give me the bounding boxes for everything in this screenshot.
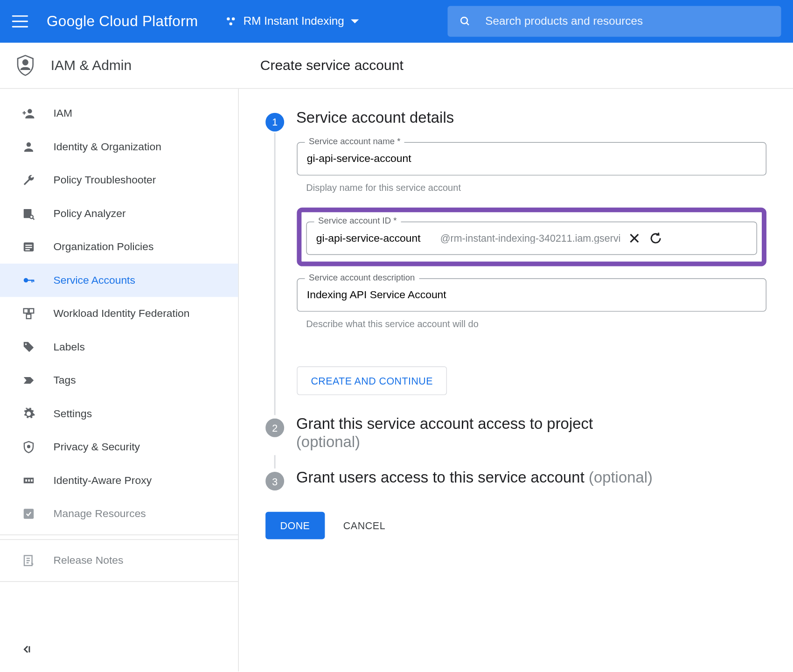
step-badge-3: 3 (265, 472, 284, 490)
sidebar-item-label: Policy Troubleshooter (53, 174, 156, 186)
project-icon (225, 15, 237, 28)
service-account-name-input[interactable] (307, 153, 757, 165)
svg-rect-21 (27, 314, 31, 319)
sidebar-item-label: Service Accounts (53, 274, 135, 287)
sidebar-item-label: Organization Policies (53, 241, 153, 253)
sidebar-item-label: Manage Resources (53, 508, 146, 520)
svg-rect-27 (31, 479, 33, 482)
list-icon (21, 239, 36, 254)
svg-line-10 (33, 218, 35, 220)
svg-point-15 (24, 278, 28, 283)
svg-point-1 (232, 17, 235, 20)
sidebar-item-label: Release Notes (53, 554, 123, 567)
step1-title: Service account details (296, 109, 454, 127)
svg-point-6 (28, 109, 32, 114)
caret-down-icon (351, 19, 359, 23)
sidebar-item-label: Identity & Organization (53, 141, 161, 153)
sidebar-item-iam[interactable]: IAM (0, 97, 238, 130)
svg-rect-12 (25, 245, 32, 245)
sidebar-item-tags[interactable]: Tags (0, 364, 238, 397)
sidebar-item-service-accounts[interactable]: Service Accounts (0, 264, 238, 297)
step-badge-2: 2 (265, 419, 284, 437)
svg-rect-26 (28, 479, 30, 482)
done-button[interactable]: DONE (265, 512, 325, 539)
hamburger-menu-button[interactable] (12, 14, 28, 29)
body: IAMIdentity & OrganizationPolicy Trouble… (0, 89, 793, 671)
sidebar-item-release-notes[interactable]: Release Notes (0, 544, 238, 577)
search-input[interactable] (485, 14, 769, 28)
service-account-id-highlight: Service account ID * @rm-instant-indexin… (297, 207, 766, 266)
sidebar-item-policy-troubleshooter[interactable]: Policy Troubleshooter (0, 163, 238, 197)
sidebar-item-settings[interactable]: Settings (0, 397, 238, 431)
step3-title: Grant users access to this service accou… (296, 468, 653, 486)
top-header: Google Cloud Platform RM Instant Indexin… (0, 0, 793, 43)
sidebar-item-label: Labels (53, 341, 84, 353)
step2-title: Grant this service account access to pro… (296, 415, 593, 451)
svg-point-5 (23, 60, 28, 64)
project-picker[interactable]: RM Instant Indexing (225, 14, 359, 28)
svg-point-22 (25, 343, 27, 345)
name-field-label: Service account name * (305, 136, 404, 146)
id-field-label: Service account ID * (314, 215, 401, 225)
service-account-description-input[interactable] (307, 288, 757, 301)
svg-rect-28 (24, 509, 34, 518)
manage-icon (21, 506, 36, 521)
sidebar-item-policy-analyzer[interactable]: Policy Analyzer (0, 197, 238, 231)
search-box[interactable] (448, 6, 781, 37)
svg-rect-13 (25, 247, 32, 248)
sidebar-item-label: Policy Analyzer (53, 208, 125, 220)
svg-rect-25 (25, 479, 27, 482)
sidebar-item-label: IAM (53, 107, 72, 119)
shield-person-icon (16, 55, 35, 76)
svg-line-4 (466, 23, 469, 25)
sidebar-item-organization-policies[interactable]: Organization Policies (0, 230, 238, 264)
collapse-sidebar-button[interactable] (21, 644, 32, 658)
svg-point-7 (27, 142, 31, 147)
svg-rect-19 (24, 308, 28, 313)
sidebar-item-privacy-security[interactable]: Privacy & Security (0, 430, 238, 464)
svg-rect-20 (29, 308, 34, 313)
regenerate-id-button[interactable] (648, 231, 663, 245)
notes-icon (21, 553, 36, 567)
sidebar-item-manage-resources[interactable]: Manage Resources (0, 497, 238, 531)
name-field-help: Display name for this service account (306, 182, 766, 193)
key-icon (21, 273, 36, 287)
sidebar-item-labels[interactable]: Labels (0, 330, 238, 364)
section-title: IAM & Admin (51, 57, 132, 73)
sidebar-item-label: Settings (53, 408, 92, 420)
svg-rect-16 (28, 280, 34, 280)
iap-icon (21, 473, 36, 488)
wrench-icon (21, 173, 36, 187)
sidebar-item-workload-identity-federation[interactable]: Workload Identity Federation (0, 297, 238, 330)
sidebar-item-label: Identity-Aware Proxy (53, 475, 152, 487)
policy-analyzer-icon (21, 206, 36, 221)
svg-rect-17 (31, 280, 32, 282)
sidebar-item-label: Workload Identity Federation (53, 308, 189, 320)
privacy-shield-icon (21, 440, 36, 454)
federation-icon (21, 306, 36, 321)
subheader: IAM & Admin Create service account (0, 43, 793, 89)
svg-point-0 (227, 17, 230, 20)
service-account-id-input[interactable] (316, 232, 440, 244)
arrow-tag-icon (21, 373, 36, 387)
search-icon (459, 15, 471, 28)
id-field-suffix: @rm-instant-indexing-340211.iam.gservi (440, 232, 621, 244)
person-icon (21, 140, 36, 154)
sidebar-item-label: Tags (53, 374, 76, 386)
desc-field-label: Service account description (305, 272, 419, 282)
create-and-continue-button[interactable]: CREATE AND CONTINUE (297, 366, 447, 394)
svg-point-23 (28, 446, 30, 448)
desc-field-help: Describe what this service account will … (306, 318, 766, 329)
cancel-button[interactable]: CANCEL (343, 520, 385, 531)
gcp-logo: Google Cloud Platform (47, 13, 198, 30)
refresh-icon (649, 231, 663, 245)
sidebar-item-identity-organization[interactable]: Identity & Organization (0, 130, 238, 164)
sidebar: IAMIdentity & OrganizationPolicy Trouble… (0, 89, 239, 671)
sidebar-item-identity-aware-proxy[interactable]: Identity-Aware Proxy (0, 464, 238, 497)
person-add-icon (21, 106, 36, 120)
step-badge-1: 1 (265, 112, 284, 131)
svg-rect-18 (33, 280, 34, 282)
project-name: RM Instant Indexing (243, 14, 344, 28)
clear-id-button[interactable] (627, 231, 642, 245)
svg-point-2 (229, 22, 232, 25)
